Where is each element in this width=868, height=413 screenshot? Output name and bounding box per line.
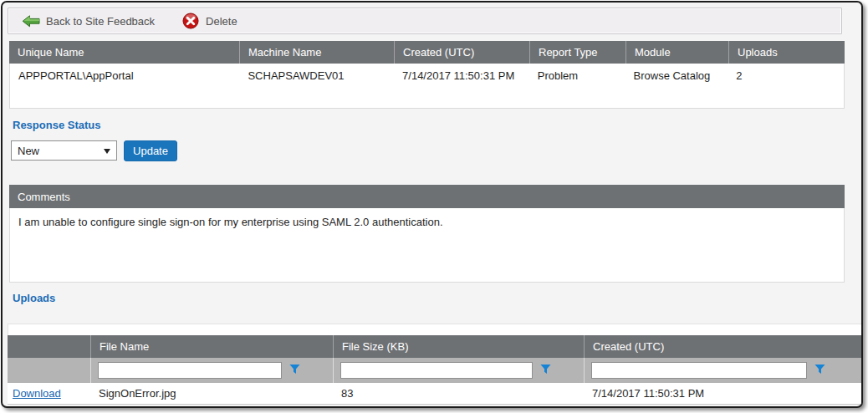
cell-file-created: 7/14/2017 11:50:31 PM <box>584 387 863 400</box>
filter-cell-actions <box>8 358 90 383</box>
cell-file-size: 83 <box>333 387 584 400</box>
feedback-detail-window: Back to Site Feedback Delete Unique Name… <box>1 1 863 408</box>
download-link[interactable]: Download <box>13 387 61 400</box>
comments-body: I am unable to configure single sign-on … <box>9 208 845 283</box>
filter-funnel-icon[interactable] <box>289 363 300 378</box>
column-header-file-size[interactable]: File Size (KB) <box>333 335 584 358</box>
filter-funnel-icon[interactable] <box>540 363 551 378</box>
feedback-grid-body: APPPORTAL\AppPortal SCHAPSAWDEV01 7/14/2… <box>9 64 845 109</box>
table-row: APPPORTAL\AppPortal SCHAPSAWDEV01 7/14/2… <box>10 64 844 82</box>
feedback-summary-grid: Unique Name Machine Name Created (UTC) R… <box>9 41 845 109</box>
column-header-file-name[interactable]: File Name <box>90 335 333 358</box>
cell-created-utc: 7/14/2017 11:50:31 PM <box>394 69 529 82</box>
comments-header-label: Comments <box>18 191 70 203</box>
cell-uploads-count: 2 <box>728 69 844 82</box>
update-button[interactable]: Update <box>124 140 177 161</box>
cell-file-name: SignOnError.jpg <box>90 387 333 400</box>
cell-report-type: Problem <box>529 69 625 82</box>
comment-text: I am unable to configure single sign-on … <box>18 216 443 228</box>
back-arrow-icon <box>22 15 40 28</box>
file-size-filter-input[interactable] <box>340 362 533 379</box>
column-header-unique-name[interactable]: Unique Name <box>9 41 239 64</box>
delete-button[interactable]: Delete <box>176 12 243 30</box>
column-header-created-utc[interactable]: Created (UTC) <box>394 41 529 64</box>
column-header-machine-name[interactable]: Machine Name <box>239 41 394 64</box>
chevron-down-icon <box>104 149 110 154</box>
response-status-selected-value: New <box>18 145 39 157</box>
cell-machine-name: SCHAPSAWDEV01 <box>239 69 394 82</box>
delete-button-label: Delete <box>206 15 237 28</box>
uploads-section-label: Uploads <box>13 292 55 304</box>
toolbar: Back to Site Feedback Delete <box>8 8 842 34</box>
filter-cell-file-name <box>90 358 333 383</box>
delete-icon <box>181 12 200 30</box>
comments-section-header: Comments <box>9 185 845 208</box>
feedback-grid-header-row: Unique Name Machine Name Created (UTC) R… <box>9 41 845 64</box>
created-filter-input[interactable] <box>591 362 807 379</box>
file-name-filter-input[interactable] <box>98 362 282 379</box>
filter-cell-file-size <box>333 358 584 383</box>
column-header-actions <box>8 335 90 358</box>
uploads-grid-header-row: File Name File Size (KB) Created (UTC) <box>8 335 863 358</box>
column-header-report-type[interactable]: Report Type <box>529 41 625 64</box>
back-to-site-feedback-button[interactable]: Back to Site Feedback <box>17 15 160 28</box>
uploads-grid: File Name File Size (KB) Created (UTC) <box>8 324 863 405</box>
cell-download: Download <box>8 387 90 400</box>
cell-unique-name: APPPORTAL\AppPortal <box>10 69 239 82</box>
response-status-label: Response Status <box>13 119 100 131</box>
column-header-file-created[interactable]: Created (UTC) <box>584 335 863 358</box>
back-button-label: Back to Site Feedback <box>46 15 155 28</box>
response-status-dropdown[interactable]: New <box>11 140 117 161</box>
column-header-module[interactable]: Module <box>625 41 728 64</box>
filter-cell-created <box>584 358 863 383</box>
upload-row: Download SignOnError.jpg 83 7/14/2017 11… <box>8 383 863 404</box>
cell-module: Browse Catalog <box>625 69 728 82</box>
uploads-filter-row <box>8 358 863 383</box>
column-header-uploads[interactable]: Uploads <box>728 41 845 64</box>
filter-funnel-icon[interactable] <box>814 363 825 378</box>
uploads-grid-top-strip <box>8 324 863 335</box>
